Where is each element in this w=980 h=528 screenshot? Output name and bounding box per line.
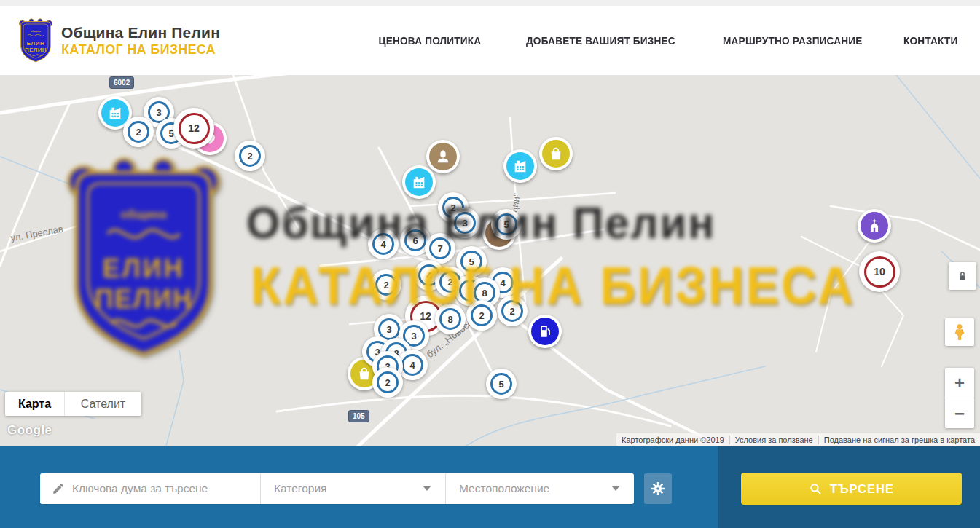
factory-icon bbox=[101, 99, 129, 127]
cluster-count: 5 bbox=[495, 213, 517, 235]
map-cluster[interactable]: 2 bbox=[372, 367, 403, 398]
map-cluster[interactable]: 10 bbox=[859, 251, 900, 292]
cluster-count: 3 bbox=[454, 212, 476, 234]
zoom-in-button[interactable]: + bbox=[945, 368, 974, 398]
cluster-count: 5 bbox=[490, 373, 512, 395]
map-cluster[interactable]: 4 bbox=[368, 229, 399, 259]
cluster-count: 4 bbox=[372, 233, 394, 255]
chevron-down-icon bbox=[423, 486, 431, 491]
pegman-icon bbox=[952, 323, 968, 342]
keyword-field-wrap bbox=[40, 473, 261, 504]
church-icon bbox=[861, 212, 888, 240]
map-canvas[interactable]: община ЕЛИН ПЕЛИН Община Елин Пелин КАТА… bbox=[0, 75, 980, 446]
factory-icon bbox=[506, 152, 534, 180]
cluster-count: 7 bbox=[429, 237, 451, 259]
search-fields: Категория Местоположение bbox=[40, 473, 634, 504]
google-logo[interactable]: Google bbox=[7, 423, 52, 438]
map-cluster[interactable]: 2 bbox=[371, 269, 401, 300]
bag-icon bbox=[542, 140, 570, 168]
map-type-satellite-button[interactable]: Сателит bbox=[65, 392, 141, 416]
street-view-pegman-button[interactable] bbox=[945, 318, 974, 346]
brand[interactable]: община ЕЛИН ПЕЛИН Община Елин Пелин КАТА… bbox=[17, 17, 225, 64]
map-cluster[interactable]: 8 bbox=[435, 304, 466, 334]
map-marker-factory[interactable] bbox=[402, 165, 436, 199]
svg-text:община: община bbox=[31, 29, 42, 32]
map-marker-factory[interactable] bbox=[503, 149, 537, 183]
cluster-count: 2 bbox=[471, 304, 493, 326]
map-type-map-button[interactable]: Карта bbox=[5, 392, 65, 416]
svg-text:ПЕЛИН: ПЕЛИН bbox=[25, 47, 47, 53]
header: община ЕЛИН ПЕЛИН Община Елин Пелин КАТА… bbox=[0, 6, 980, 75]
zoom-control: + − bbox=[945, 368, 974, 428]
map-attribution: Картографски данни ©2019Условия за ползв… bbox=[616, 433, 980, 446]
road-badge: 6002 bbox=[109, 76, 134, 89]
map-marker-fuel[interactable] bbox=[528, 315, 562, 348]
map-cluster[interactable]: 2 bbox=[235, 141, 265, 171]
map-cluster[interactable]: 12 bbox=[173, 108, 214, 149]
nav-item-3[interactable]: КОНТАКТИ bbox=[903, 34, 957, 47]
nav-item-2[interactable]: МАРШРУТНО РАЗПИСАНИЕ bbox=[723, 34, 863, 47]
location-select[interactable]: Местоположение bbox=[446, 473, 634, 504]
cluster-count: 6 bbox=[404, 229, 426, 251]
municipality-crest-logo: община ЕЛИН ПЕЛИН bbox=[17, 17, 54, 64]
cluster-count: 2 bbox=[377, 371, 399, 393]
fuel-icon bbox=[531, 318, 559, 345]
map-cluster[interactable]: 5 bbox=[486, 369, 517, 399]
advanced-settings-button[interactable] bbox=[644, 473, 672, 504]
site-subtitle: КАТАЛОГ НА БИЗНЕСА bbox=[61, 42, 216, 58]
gear-icon bbox=[650, 481, 666, 497]
main-nav: ЦЕНОВА ПОЛИТИКАДОБАВЕТЕ ВАШИЯТ БИЗНЕСМАР… bbox=[372, 34, 961, 47]
search-icon bbox=[809, 482, 823, 496]
road-badge: 105 bbox=[348, 410, 369, 422]
zoom-out-button[interactable]: − bbox=[945, 398, 974, 428]
search-button[interactable]: ТЪРСЕНЕ bbox=[741, 473, 962, 505]
map-cluster[interactable]: 2 bbox=[497, 296, 528, 326]
map-marker-church[interactable] bbox=[858, 209, 891, 243]
location-select-label: Местоположение bbox=[459, 482, 549, 495]
attribution-link[interactable]: Условия за ползване bbox=[729, 436, 818, 444]
search-bar: Категория Местоположение bbox=[0, 446, 980, 528]
cluster-count: 8 bbox=[439, 308, 461, 330]
map-cluster[interactable]: 2 bbox=[123, 117, 154, 147]
factory-icon bbox=[405, 168, 433, 196]
cluster-count: 2 bbox=[375, 274, 397, 296]
lock-icon bbox=[955, 269, 970, 283]
pencil-icon bbox=[52, 482, 65, 495]
map-type-control: Карта Сателит bbox=[5, 392, 141, 416]
cluster-count: 2 bbox=[239, 145, 261, 167]
category-select[interactable]: Категория bbox=[261, 473, 446, 504]
map-cluster[interactable]: 2 bbox=[466, 300, 497, 331]
cluster-count: 10 bbox=[864, 256, 895, 288]
cluster-count: 12 bbox=[179, 113, 210, 144]
nav-item-1[interactable]: ДОБАВЕТЕ ВАШИЯТ БИЗНЕС bbox=[526, 34, 675, 47]
cluster-count: 5 bbox=[460, 251, 482, 272]
map-cluster[interactable]: 5 bbox=[491, 209, 522, 240]
category-select-label: Категория bbox=[274, 482, 326, 495]
cluster-count: 2 bbox=[501, 300, 523, 322]
chevron-down-icon bbox=[612, 486, 619, 491]
nav-item-0[interactable]: ЦЕНОВА ПОЛИТИКА bbox=[379, 34, 482, 47]
map-marker-bag[interactable] bbox=[539, 137, 573, 170]
cluster-count: 2 bbox=[128, 121, 149, 143]
keyword-search-input[interactable] bbox=[72, 482, 240, 495]
attribution-text: Картографски данни ©2019 bbox=[616, 436, 729, 444]
map-cluster[interactable]: 7 bbox=[425, 233, 455, 264]
svg-text:ЕЛИН: ЕЛИН bbox=[26, 39, 44, 46]
lock-button[interactable] bbox=[949, 262, 976, 290]
attribution-link[interactable]: Подаване на сигнал за грешка в картата bbox=[818, 436, 980, 444]
search-button-label: ТЪРСЕНЕ bbox=[830, 482, 894, 496]
cluster-count: 4 bbox=[401, 354, 423, 376]
map-cluster[interactable]: 3 bbox=[450, 208, 480, 238]
site-title: Община Елин Пелин bbox=[61, 24, 225, 42]
